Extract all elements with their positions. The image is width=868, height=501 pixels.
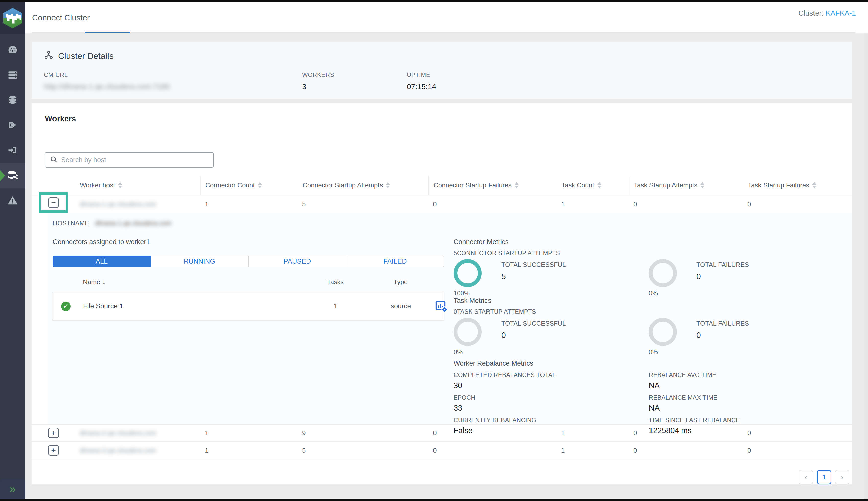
worker-host-value: dhrana-1.qe.cloudera.com: [75, 200, 200, 208]
total-failures-value: 0: [697, 331, 749, 340]
workers-table: Worker host Connector Count Connector St…: [32, 176, 852, 459]
active-item-arrow: [0, 170, 5, 181]
col-connector-startup-attempts[interactable]: Connector Startup Attempts: [297, 176, 428, 195]
task-startup-attempts-value: 0: [629, 200, 743, 208]
sidebar-item-overview[interactable]: [0, 38, 25, 63]
pagination-next-button[interactable]: ›: [835, 470, 849, 484]
sidebar-item-topics[interactable]: [0, 88, 25, 113]
search-by-host-box: [45, 152, 214, 168]
search-icon: [50, 156, 57, 164]
main-content: Cluster Details CM URL http://dhrana-1.q…: [25, 33, 868, 499]
connector-type: source: [367, 302, 435, 310]
connector-startup-failures-value: 0: [428, 447, 556, 454]
sidebar-item-brokers[interactable]: [0, 63, 25, 88]
cm-url-label: CM URL: [44, 71, 169, 78]
sort-icon: [515, 182, 519, 188]
tab-running[interactable]: RUNNING: [151, 256, 248, 267]
connector-failures-donut: [649, 259, 677, 287]
pagination-prev-button[interactable]: ‹: [799, 470, 813, 484]
task-metrics-title: Task Metrics: [453, 297, 852, 305]
tab-failed[interactable]: FAILED: [346, 256, 444, 267]
workers-value: 3: [302, 82, 334, 91]
col-connector-startup-failures[interactable]: Connector Startup Failures: [428, 176, 556, 195]
cm-url-field: CM URL http://dhrana-1.qe.cloudera.com:7…: [44, 71, 169, 91]
worker-row-3: + dhrana-3.qe.cloudera.com 1 5 0 1 0 0: [32, 442, 852, 459]
sidebar-expand-button[interactable]: »: [0, 479, 25, 499]
total-failures-label: TOTAL FAILURES: [697, 261, 749, 268]
total-successful-value: 5: [501, 272, 566, 281]
connector-running-status-icon: ✓: [61, 302, 71, 311]
total-failures-value: 0: [697, 272, 749, 281]
currently-rebalancing-field: CURRENTLY REBALANCING False: [453, 417, 649, 435]
col-name[interactable]: Name ↓: [83, 278, 304, 286]
connect-icon: [7, 169, 19, 182]
total-successful-label: TOTAL SUCCESSFUL: [501, 261, 566, 268]
task-count-value: 1: [556, 447, 629, 454]
top-bar: Connect Cluster Cluster: KAFKA-1: [25, 2, 868, 33]
gauge-icon: [7, 44, 18, 56]
double-chevron-right-icon: »: [10, 483, 15, 495]
tab-paused[interactable]: PAUSED: [249, 256, 346, 267]
connector-startup-attempts-line: 5CONNECTOR STARTUP ATTEMPTS: [453, 249, 852, 257]
tab-all[interactable]: ALL: [53, 256, 151, 267]
col-worker-host[interactable]: Worker host: [75, 176, 200, 195]
completed-rebalances-field: COMPLETED REBALANCES TOTAL 30: [453, 372, 649, 390]
cluster-details-card: Cluster Details CM URL http://dhrana-1.q…: [32, 42, 852, 99]
sort-desc-arrow-icon: ↓: [102, 278, 105, 286]
smm-logo[interactable]: [0, 2, 25, 34]
col-task-startup-attempts[interactable]: Task Startup Attempts: [629, 176, 743, 195]
workers-card: Workers Worker host Connector Count Conn…: [32, 104, 852, 484]
col-tasks: Tasks: [304, 278, 367, 286]
metrics-panel: Connector Metrics 5CONNECTOR STARTUP ATT…: [444, 238, 852, 439]
task-startup-failures-value: 0: [743, 447, 852, 454]
pagination-page-1-button[interactable]: 1: [817, 470, 831, 484]
task-failures-donut: [649, 318, 677, 346]
sort-icon: [258, 182, 262, 188]
scrollbar-track[interactable]: [864, 2, 868, 499]
expander-cell: −: [32, 195, 75, 213]
sidebar-item-producers[interactable]: [0, 113, 25, 138]
connectors-panel: Connectors assigned to worker1 ALL RUNNI…: [53, 238, 444, 439]
workers-label: WORKERS: [302, 71, 334, 78]
window-bottom-edge: [0, 499, 868, 501]
alert-icon: [7, 194, 18, 207]
rebalance-avg-time-field: REBALANCE AVG TIME NA: [649, 372, 852, 390]
producers-icon: [7, 119, 18, 131]
connector-startup-failures-value: 0: [428, 200, 556, 208]
sidebar-item-connect[interactable]: [0, 163, 25, 188]
collapse-row-button[interactable]: −: [48, 197, 59, 208]
search-input[interactable]: [61, 156, 209, 164]
worker-row-1: − dhrana-1.qe.cloudera.com 1 5 0 1 0 0: [32, 195, 852, 213]
topics-icon: [7, 94, 18, 106]
cm-url-value: http://dhrana-1.qe.cloudera.com:7180: [44, 82, 169, 91]
sidebar-nav: [0, 38, 25, 213]
rebalance-max-time-field: REBALANCE MAX TIME NA: [649, 394, 852, 413]
cluster-details-title: Cluster Details: [58, 51, 114, 61]
connector-row[interactable]: ✓ File Source 1 1 source: [53, 292, 444, 321]
cluster-name-link[interactable]: KAFKA-1: [826, 9, 856, 17]
expander-cell: +: [32, 445, 75, 456]
total-successful-label: TOTAL SUCCESSFUL: [501, 320, 566, 327]
task-success-donut: [453, 318, 482, 346]
task-startup-attempts-value: 0: [629, 447, 743, 454]
col-connector-count[interactable]: Connector Count: [200, 176, 297, 195]
workers-count-field: WORKERS 3: [302, 71, 334, 91]
sidebar-item-consumers[interactable]: [0, 138, 25, 163]
smm-logo-icon: [3, 8, 22, 28]
expand-row-button[interactable]: +: [48, 445, 59, 456]
task-startup-failures-value: 0: [743, 200, 852, 208]
col-task-startup-failures[interactable]: Task Startup Failures: [743, 176, 852, 195]
highlight-callout-box: −: [39, 192, 68, 213]
workers-section-title: Workers: [32, 104, 852, 124]
brokers-icon: [7, 69, 18, 81]
hostname-value: dhrana-1.qe.cloudera.com: [95, 220, 171, 227]
col-task-count[interactable]: Task Count: [556, 176, 629, 195]
sidebar-item-alerts[interactable]: [0, 188, 25, 213]
cluster-label: Cluster:: [798, 9, 824, 17]
connectors-table-header: Name ↓ Tasks Type: [53, 275, 444, 289]
uptime-value: 07:15:14: [407, 82, 436, 91]
task-count-value: 1: [556, 200, 629, 208]
workers-table-header: Worker host Connector Count Connector St…: [32, 176, 852, 195]
cluster-nodes-icon: [44, 50, 53, 62]
sort-icon: [812, 182, 816, 188]
